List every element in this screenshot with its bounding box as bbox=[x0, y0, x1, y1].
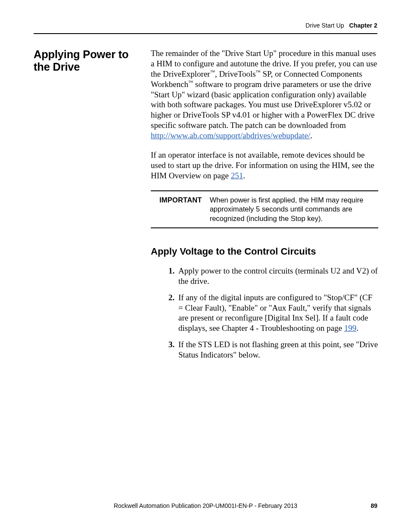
trademark-symbol: ™ bbox=[210, 69, 215, 75]
step-text: If the STS LED is not flashing green at … bbox=[178, 340, 378, 359]
step-text: Apply power to the control circuits (ter… bbox=[178, 266, 378, 286]
page: Drive Start UpChapter 2 Applying Power t… bbox=[0, 0, 411, 532]
page-199-link[interactable]: 199 bbox=[344, 324, 357, 333]
page-footer: Rockwell Automation Publication 20P-UM00… bbox=[34, 502, 377, 509]
subsection-title: Apply Voltage to the Control Circuits bbox=[151, 246, 378, 258]
intro-paragraph-1: The remainder of the "Drive Start Up" pr… bbox=[151, 48, 378, 140]
step-3: If the STS LED is not flashing green at … bbox=[177, 339, 378, 360]
important-callout: IMPORTANT When power is first applied, t… bbox=[151, 190, 378, 228]
body-column: The remainder of the "Drive Start Up" pr… bbox=[151, 48, 378, 366]
step-text: . bbox=[356, 324, 358, 333]
step-2: If any of the digital inputs are configu… bbox=[177, 292, 378, 333]
publication-line: Rockwell Automation Publication 20P-UM00… bbox=[34, 502, 377, 509]
header-rule bbox=[34, 33, 377, 34]
trademark-symbol: ™ bbox=[256, 69, 261, 75]
text-run: If an operator interface is not availabl… bbox=[151, 150, 374, 180]
step-text: If any of the digital inputs are configu… bbox=[178, 293, 372, 333]
running-head-section: Drive Start Up bbox=[305, 22, 344, 29]
trademark-symbol: ™ bbox=[188, 80, 193, 85]
step-1: Apply power to the control circuits (ter… bbox=[177, 266, 378, 286]
important-label: IMPORTANT bbox=[151, 196, 210, 223]
steps-list: Apply power to the control circuits (ter… bbox=[151, 266, 378, 360]
text-run: . bbox=[310, 131, 312, 140]
running-head: Drive Start UpChapter 2 bbox=[305, 22, 377, 29]
text-run: , DriveTools bbox=[215, 69, 256, 78]
page-251-link[interactable]: 251 bbox=[231, 171, 243, 180]
running-head-chapter: Chapter 2 bbox=[349, 22, 377, 29]
section-title: Applying Power to the Drive bbox=[34, 48, 143, 74]
page-number: 89 bbox=[371, 502, 377, 509]
important-text: When power is first applied, the HIM may… bbox=[210, 196, 378, 223]
text-run: . bbox=[243, 171, 245, 180]
patch-download-link[interactable]: http://www.ab.com/support/abdrives/webup… bbox=[151, 131, 310, 140]
intro-paragraph-2: If an operator interface is not availabl… bbox=[151, 150, 378, 180]
